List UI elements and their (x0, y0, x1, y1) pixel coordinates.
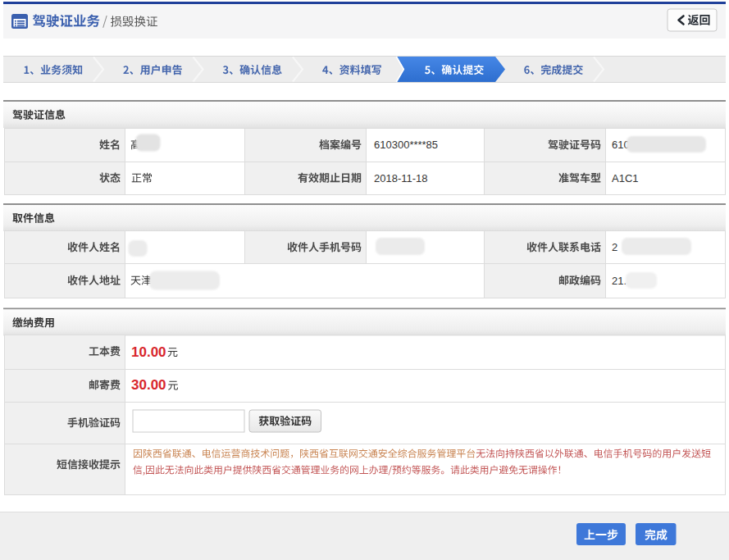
svg-text:10.00: 10.00 (131, 344, 166, 360)
svg-text:2018-11-18: 2018-11-18 (374, 172, 428, 184)
svg-text:21.: 21. (612, 275, 626, 287)
svg-text:610300****85: 610300****85 (374, 139, 438, 151)
svg-text:2: 2 (612, 241, 617, 253)
svg-text:30.00: 30.00 (131, 377, 166, 393)
svg-text:A1C1: A1C1 (612, 172, 639, 184)
